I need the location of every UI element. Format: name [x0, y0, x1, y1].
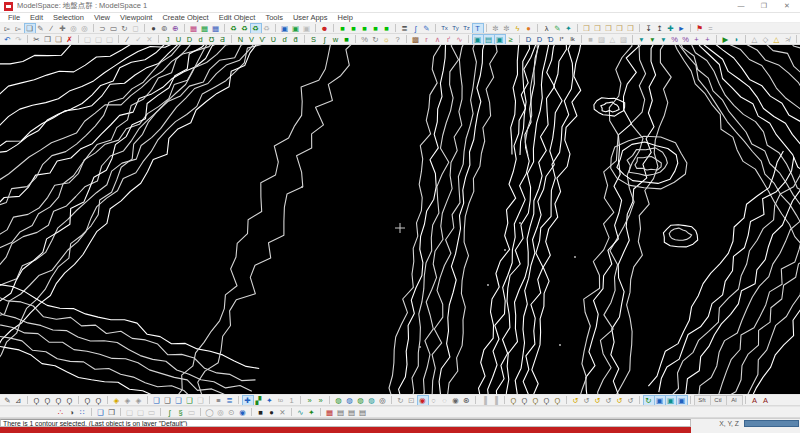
panel-2-icon[interactable]: ▤ — [484, 35, 494, 44]
zoom-gold-1-icon[interactable]: Ϙ — [509, 396, 519, 405]
snap-circle2-icon[interactable]: ◎ — [80, 24, 90, 33]
zoom-in-icon[interactable]: Ϙ — [32, 396, 42, 405]
profile-icon[interactable]: ʃ — [165, 408, 175, 417]
view-1-icon[interactable]: ▣ — [655, 396, 665, 405]
sel-disabled2-icon[interactable]: ▢ — [94, 35, 104, 44]
history-5-icon[interactable]: ↺ — [615, 396, 625, 405]
dim-hatch-icon[interactable]: ▨ — [597, 35, 607, 44]
fast-forward-1-icon[interactable]: » — [305, 396, 315, 405]
sparkle-icon[interactable]: ✦ — [307, 408, 317, 417]
fast-forward-2-icon[interactable]: » — [316, 396, 326, 405]
tag-2-icon[interactable]: ▤ — [347, 408, 357, 417]
cancel-disabled-icon[interactable]: ✕ — [145, 35, 155, 44]
query-icon[interactable]: ? — [393, 35, 403, 44]
folder-4-icon[interactable]: ❒ — [615, 24, 625, 33]
tin-1-icon[interactable]: ▾ — [637, 35, 647, 44]
drape-3-icon[interactable]: Ɗ — [546, 35, 556, 44]
center-icon[interactable]: ◉ — [451, 396, 461, 405]
plus-2-icon[interactable]: + — [703, 35, 713, 44]
vertex-v2-icon[interactable]: Ѵ — [258, 35, 268, 44]
orbit-icon[interactable]: ↻ — [396, 396, 406, 405]
cut-icon[interactable]: ✂ — [32, 35, 42, 44]
one-icon[interactable]: 1 — [287, 396, 297, 405]
text-up-1-icon[interactable]: A — [750, 396, 760, 405]
ngt-icon[interactable]: ≯ — [783, 35, 793, 44]
menu-viewpoint[interactable]: Viewpoint — [115, 13, 157, 22]
sine-icon[interactable]: ∿ — [455, 35, 465, 44]
drape-1-icon[interactable]: D — [524, 35, 534, 44]
rotate-icon[interactable]: ↻ — [120, 24, 130, 33]
globe-4-icon[interactable]: ◍ — [367, 396, 377, 405]
history-2-icon[interactable]: ↺ — [582, 396, 592, 405]
history-1-icon[interactable]: ↺ — [571, 396, 581, 405]
spin-icon[interactable]: ⊕ — [171, 24, 181, 33]
walk-icon[interactable]: ✚ — [243, 396, 253, 405]
menu-file[interactable]: File — [3, 13, 25, 22]
triangle-icon[interactable]: ⊿ — [14, 396, 24, 405]
panel-3-icon[interactable]: ▣ — [495, 35, 505, 44]
panel-1-icon[interactable]: ▣ — [473, 35, 483, 44]
refresh-green-icon[interactable]: ↻ — [644, 396, 654, 405]
menu-edit[interactable]: Edit — [25, 13, 48, 22]
string-u-icon[interactable]: U — [174, 35, 184, 44]
x-icon[interactable]: ✕ — [278, 408, 288, 417]
green-box-icon[interactable]: ■ — [342, 35, 352, 44]
model-square-4-icon[interactable]: ■ — [371, 24, 381, 33]
circle-icon[interactable]: ○ — [429, 396, 439, 405]
ring-3-icon[interactable]: ⊙ — [227, 408, 237, 417]
zoom-out-icon[interactable]: Ϙ — [43, 396, 53, 405]
radius2-icon[interactable]: ґ — [444, 35, 454, 44]
legend-grid-icon[interactable]: ▦ — [325, 408, 335, 417]
model-square-5-icon[interactable]: ■ — [382, 24, 392, 33]
spline-icon[interactable]: S — [309, 35, 319, 44]
measure-icon[interactable]: ✎ — [3, 396, 13, 405]
contrast-icon[interactable]: ◑ — [67, 408, 77, 417]
model-dark-icon[interactable]: ❑ — [163, 396, 173, 405]
folder-2-icon[interactable]: ❒ — [593, 24, 603, 33]
zoom-prev-icon[interactable]: Ϙ — [83, 396, 93, 405]
disabled-icon[interactable]: ◻ — [131, 24, 141, 33]
undo-icon[interactable]: ↶ — [3, 35, 13, 44]
zoom-gray-1-icon[interactable]: Ϙ — [520, 396, 530, 405]
menu-edit-object[interactable]: Edit Object — [214, 13, 261, 22]
vertex-v3-icon[interactable]: Ʋ — [269, 35, 279, 44]
snap-icon[interactable]: ⊛ — [462, 396, 472, 405]
recalc-disabled-icon[interactable]: ♻ — [262, 24, 272, 33]
history-3-icon[interactable]: ↺ — [593, 396, 603, 405]
zoom-gray-2-icon[interactable]: Ϙ — [542, 396, 552, 405]
globe-3-icon[interactable]: ◍ — [356, 396, 366, 405]
weed-icon[interactable]: w — [331, 35, 341, 44]
sun-icon[interactable]: ☼ — [382, 35, 392, 44]
split-1-icon[interactable]: ▐ — [480, 396, 490, 405]
to-icon[interactable]: to — [276, 396, 286, 405]
half-circle-icon[interactable]: ◗ — [732, 35, 742, 44]
black-square-icon[interactable]: ■ — [256, 408, 266, 417]
recalc-active-icon[interactable]: ♻ — [251, 24, 261, 33]
flag-icon[interactable]: ⚑ — [695, 24, 705, 33]
point2-icon[interactable]: ✼ — [502, 24, 512, 33]
recalc-icon[interactable]: ♻ — [229, 24, 239, 33]
translate-y-icon[interactable]: Ty — [451, 24, 461, 33]
angle-icon[interactable]: ∧ — [433, 35, 443, 44]
node-icon[interactable]: ● — [524, 24, 534, 33]
image2-icon[interactable]: ▣ — [291, 24, 301, 33]
zoom-extents-icon[interactable]: Ϙ — [65, 396, 75, 405]
image-disabled-icon[interactable]: ▣ — [302, 24, 312, 33]
layers-icon[interactable]: ≡ — [214, 396, 224, 405]
split-2-icon[interactable]: ▐ — [491, 396, 501, 405]
grid-dots-icon[interactable]: ∷ — [78, 408, 88, 417]
orbit-center-icon[interactable]: ◎ — [378, 396, 388, 405]
model-blue-icon[interactable]: ❑ — [152, 396, 162, 405]
model-blue2-icon[interactable]: ❑ — [174, 396, 184, 405]
apply-disabled-icon[interactable]: ✓ — [134, 35, 144, 44]
vertex-d2-icon[interactable]: ƌ — [291, 35, 301, 44]
select-icon[interactable]: ▻ — [3, 24, 13, 33]
palette-icon[interactable]: ▦ — [189, 24, 199, 33]
ring-2-icon[interactable]: ◎ — [216, 408, 226, 417]
history-6-icon[interactable]: ↺ — [626, 396, 636, 405]
folder-1-icon[interactable]: ❒ — [582, 24, 592, 33]
menu-create-object[interactable]: Create Object — [157, 13, 213, 22]
string-icon[interactable]: ʃ — [411, 24, 421, 33]
slope-1-icon[interactable]: % — [670, 35, 680, 44]
zoom-next-icon[interactable]: Ϙ — [94, 396, 104, 405]
